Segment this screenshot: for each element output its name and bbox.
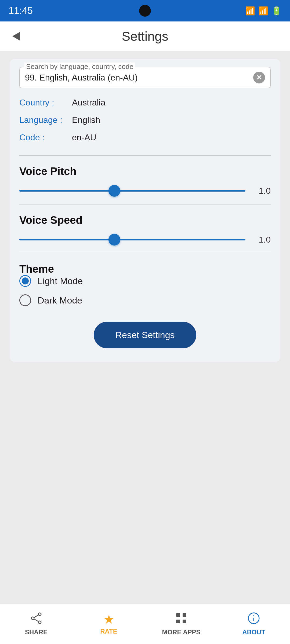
status-icons: 📶 📶 🔋 — [245, 6, 281, 16]
light-mode-label: Light Mode — [38, 276, 83, 286]
voice-speed-slider[interactable] — [19, 234, 245, 245]
svg-rect-6 — [183, 613, 186, 617]
main-content: Search by language, country, code 99. En… — [0, 51, 290, 604]
page-title: Settings — [24, 29, 266, 44]
share-icon — [30, 612, 42, 626]
svg-point-0 — [38, 613, 41, 616]
more-apps-icon — [175, 612, 187, 626]
wifi-icon: 📶 — [245, 6, 255, 16]
back-arrow-icon — [12, 32, 20, 41]
theme-title: Theme — [19, 263, 54, 275]
nav-item-more-apps[interactable]: MORE APPS — [145, 612, 218, 636]
nav-item-share[interactable]: SHARE — [0, 612, 73, 636]
search-value: 99. English, Australia (en-AU) — [25, 73, 138, 83]
dark-mode-label: Dark Mode — [38, 295, 82, 306]
clear-button[interactable]: ✕ — [253, 72, 265, 83]
divider-2 — [19, 204, 271, 204]
search-field-wrapper: Search by language, country, code 99. En… — [19, 67, 271, 88]
light-mode-radio-inner — [22, 277, 29, 284]
voice-speed-value: 1.0 — [252, 235, 271, 245]
voice-pitch-slider[interactable] — [19, 185, 245, 196]
search-row: 99. English, Australia (en-AU) ✕ — [25, 72, 265, 83]
voice-speed-title: Voice Speed — [19, 214, 271, 226]
voice-pitch-slider-row: 1.0 — [19, 185, 271, 196]
reset-settings-button[interactable]: Reset Settings — [94, 322, 196, 348]
svg-rect-5 — [176, 613, 180, 617]
nav-item-rate[interactable]: ★ RATE — [73, 613, 145, 635]
divider-1 — [19, 155, 271, 156]
settings-card: Search by language, country, code 99. En… — [10, 59, 280, 362]
slider-track-pitch — [19, 190, 245, 192]
nav-item-about[interactable]: ABOUT — [218, 612, 290, 636]
about-icon — [248, 612, 260, 626]
svg-rect-7 — [176, 620, 180, 623]
camera-dot — [139, 5, 151, 17]
search-placeholder-label: Search by language, country, code — [24, 63, 135, 71]
slider-thumb-speed[interactable] — [108, 234, 120, 246]
divider-3 — [19, 253, 271, 253]
voice-pitch-value: 1.0 — [252, 186, 271, 196]
bottom-nav: SHARE ★ RATE MORE APPS ABOUT — [0, 604, 290, 644]
signal-icon: 📶 — [258, 6, 268, 16]
code-label: Code : — [19, 133, 68, 142]
language-value: English — [72, 115, 100, 125]
nav-label-more-apps: MORE APPS — [162, 628, 200, 636]
reset-btn-wrapper: Reset Settings — [19, 322, 271, 348]
battery-icon: 🔋 — [271, 6, 281, 16]
rate-icon: ★ — [103, 613, 114, 625]
back-button[interactable] — [9, 29, 24, 44]
code-value: en-AU — [72, 133, 96, 142]
country-label: Country : — [19, 98, 68, 108]
language-label: Language : — [19, 115, 68, 125]
svg-line-4 — [34, 619, 39, 622]
status-bar: 11:45 📶 📶 🔋 — [0, 0, 290, 21]
nav-label-about: ABOUT — [242, 628, 265, 636]
svg-point-11 — [253, 615, 254, 616]
voice-pitch-title: Voice Pitch — [19, 165, 271, 177]
nav-label-rate: RATE — [100, 628, 117, 635]
code-row: Code : en-AU — [19, 133, 271, 142]
svg-point-1 — [38, 621, 41, 624]
dark-mode-option[interactable]: Dark Mode — [19, 294, 271, 306]
svg-point-2 — [31, 617, 34, 620]
light-mode-option[interactable]: Light Mode — [19, 275, 271, 287]
slider-track-speed — [19, 239, 245, 240]
status-time: 11:45 — [9, 5, 33, 16]
svg-rect-8 — [183, 620, 186, 623]
dark-mode-radio[interactable] — [19, 294, 31, 306]
country-value: Australia — [72, 98, 106, 108]
slider-thumb-pitch[interactable] — [108, 185, 120, 197]
theme-section: Theme Light Mode Dark Mode — [19, 263, 271, 314]
light-mode-radio[interactable] — [19, 275, 31, 287]
clear-icon: ✕ — [256, 74, 262, 81]
svg-line-3 — [34, 615, 39, 618]
language-row: Language : English — [19, 115, 271, 125]
nav-label-share: SHARE — [25, 628, 48, 636]
app-bar: Settings — [0, 21, 290, 51]
voice-speed-slider-row: 1.0 — [19, 234, 271, 245]
country-row: Country : Australia — [19, 98, 271, 108]
